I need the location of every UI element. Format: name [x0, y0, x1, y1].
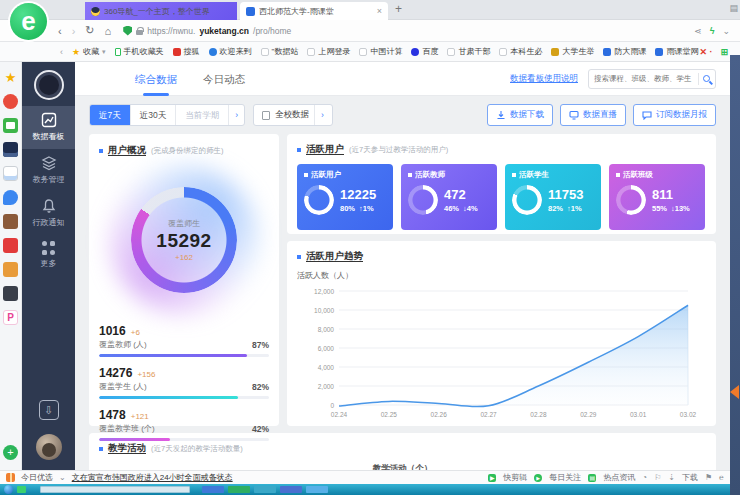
speed-boost-icon[interactable]: ϟ	[710, 26, 715, 36]
sidebar-item-dashboard[interactable]: 数据看板	[22, 106, 75, 149]
svg-text:4,000: 4,000	[318, 364, 335, 371]
bookmark-china-computing[interactable]: 中国计算	[359, 46, 402, 57]
sidebar-item-more[interactable]: 更多	[22, 235, 75, 276]
gift-icon[interactable]	[6, 473, 15, 482]
chevron-down-icon: ▾	[102, 48, 106, 56]
refresh-button[interactable]: ↻	[85, 24, 94, 37]
bookmark-mobile[interactable]: 手机收藏夹	[115, 46, 164, 57]
chevron-icon[interactable]: ⌄	[59, 473, 66, 482]
daily-focus-icon[interactable]: ▶	[534, 474, 542, 482]
tile-active-teachers[interactable]: 活跃教师 472 46%↓4%	[401, 164, 497, 230]
collapse-bookmarks-icon[interactable]: ‹	[60, 47, 63, 57]
tile-active-students[interactable]: 活跃学生 11753 82%↑1%	[505, 164, 601, 230]
search-icon[interactable]	[703, 75, 710, 82]
taskbar-window-3[interactable]	[254, 486, 276, 493]
page-icon	[499, 48, 507, 56]
notes-icon[interactable]: ▤	[729, 3, 738, 13]
dashboard-help-link[interactable]: 数据看板使用说明	[510, 73, 578, 85]
share-icon[interactable]: ⋖	[694, 26, 702, 36]
mail-app-icon[interactable]	[3, 118, 18, 133]
bookmark-student[interactable]: 大学生举	[551, 46, 594, 57]
home-button[interactable]: ⌂	[105, 25, 112, 37]
add-bookmark-icon[interactable]: ⊞	[720, 47, 728, 57]
hot-news-icon[interactable]: ▤	[588, 474, 596, 482]
browser-tab-yuketang[interactable]: 西北师范大学-雨课堂 ×	[240, 2, 388, 20]
new-tab-button[interactable]: +	[395, 2, 402, 16]
browser-logo-icon[interactable]: e	[10, 3, 47, 40]
donut-delta: +162	[175, 253, 193, 262]
bookmark-data-site[interactable]: "数据站	[261, 46, 299, 57]
history-icon[interactable]: ◔	[642, 473, 647, 482]
browser-tab-home[interactable]: 360导航_一个主页，整个世界	[85, 2, 237, 20]
coverage-donut-chart: 覆盖师生 15292 +162	[109, 165, 259, 315]
chat-app-icon[interactable]	[3, 190, 18, 205]
quick-clip-icon[interactable]: ▶	[488, 474, 496, 482]
range-7d-button[interactable]: 近7天	[90, 105, 131, 125]
taskbar-window-5[interactable]	[306, 486, 328, 493]
download-arrow-icon[interactable]: ⇣	[668, 473, 675, 482]
search-input[interactable]	[594, 74, 694, 83]
taskbar-browser-icon[interactable]	[17, 486, 26, 493]
ad-block-icon[interactable]: ✕ ·	[699, 47, 712, 57]
bookmark-login[interactable]: 上网登录	[307, 46, 350, 57]
security-shield-icon[interactable]	[123, 26, 132, 36]
bookmark-favorites[interactable]: ★收藏▾	[72, 46, 106, 57]
daily-focus-label[interactable]: 每日关注	[549, 472, 581, 483]
download-label[interactable]: 下载	[682, 472, 698, 483]
bookmark-welcome[interactable]: 欢迎来到	[209, 46, 252, 57]
docs-app-icon[interactable]	[3, 166, 18, 181]
search-box[interactable]	[588, 69, 716, 89]
forward-button[interactable]: ›	[72, 25, 76, 37]
subscribe-report-button[interactable]: 订阅数据月报	[633, 104, 716, 126]
taskbar-window-1[interactable]	[202, 486, 224, 493]
game-app-icon[interactable]	[3, 214, 18, 229]
tile-ring-chart	[512, 185, 542, 215]
red-app-icon[interactable]	[3, 238, 18, 253]
bookmark-sohu[interactable]: 搜狐	[173, 46, 200, 57]
download-tray-icon[interactable]: ⇩	[39, 400, 59, 420]
tab-today-activity[interactable]: 今日动态	[203, 62, 245, 96]
user-avatar[interactable]	[36, 434, 62, 460]
back-button[interactable]: ‹	[58, 25, 62, 37]
start-button[interactable]	[4, 485, 13, 494]
data-live-button[interactable]: 数据直播	[560, 104, 626, 126]
course-app-icon[interactable]	[3, 142, 18, 157]
tab-overall-data[interactable]: 综合数据	[135, 62, 177, 96]
tile-active-users[interactable]: 活跃用户 12225 80%↑1%	[297, 164, 393, 230]
browser-window: e 360导航_一个主页，整个世界 西北师范大学-雨课堂 × + ▤ ‹ › ↻…	[0, 0, 740, 495]
chevron-down-icon[interactable]: ⌄	[722, 26, 730, 36]
quick-clip-label[interactable]: 快剪辑	[503, 472, 527, 483]
taskbar-search-box[interactable]	[40, 486, 190, 493]
chevron-right-icon[interactable]: ›	[229, 105, 244, 125]
bookmark-baidu[interactable]: 百度	[411, 46, 438, 57]
sidebar-item-academic[interactable]: 教务管理	[22, 149, 75, 192]
taskbar-window-2[interactable]	[228, 486, 250, 493]
hot-news-label[interactable]: 热点资讯	[603, 472, 635, 483]
data-download-button[interactable]: 数据下载	[487, 104, 553, 126]
flag-icon[interactable]: ⚑	[705, 473, 712, 482]
bookmark-rainclass-2[interactable]: 雨课堂网	[655, 46, 698, 57]
game-app-2-icon[interactable]	[3, 262, 18, 277]
scope-select[interactable]: 全校数据 ›	[253, 104, 333, 126]
bookmark-undergrad[interactable]: 本科生必	[499, 46, 542, 57]
tab-close-icon[interactable]: ×	[377, 6, 382, 16]
video-app-icon[interactable]	[3, 94, 18, 109]
range-term-button[interactable]: 当前学期	[176, 105, 229, 125]
bookmark-gansu[interactable]: 甘肃干部	[447, 46, 490, 57]
taskbar-window-4[interactable]	[280, 486, 302, 493]
tile-active-classes[interactable]: 活跃班级 811 55%↓13%	[609, 164, 705, 230]
health-app-icon[interactable]	[3, 445, 18, 460]
pin-icon[interactable]: ⚐	[654, 473, 661, 482]
news-ticker-link[interactable]: 文在寅宣布韩国政府进入24小时全面戒备状态	[72, 472, 233, 483]
p-app-icon[interactable]: P	[3, 310, 18, 325]
game-app-3-icon[interactable]	[3, 286, 18, 301]
favorites-star-icon[interactable]: ★	[3, 70, 18, 85]
bookmark-rainclass-1[interactable]: 防大雨课	[603, 46, 646, 57]
sidebar-item-notices[interactable]: 行政通知	[22, 192, 75, 235]
address-bar[interactable]: https://nwnu.yuketang.cn/pro/home	[123, 26, 291, 36]
ie-icon[interactable]: ℮	[719, 473, 724, 482]
content-header: 综合数据 今日动态 数据看板使用说明	[75, 62, 730, 96]
daily-picks-label[interactable]: 今日优选	[21, 472, 53, 483]
range-30d-button[interactable]: 近30天	[131, 105, 176, 125]
stat-teachers: 1016+6 覆盖教师 (人)87%	[99, 324, 269, 357]
